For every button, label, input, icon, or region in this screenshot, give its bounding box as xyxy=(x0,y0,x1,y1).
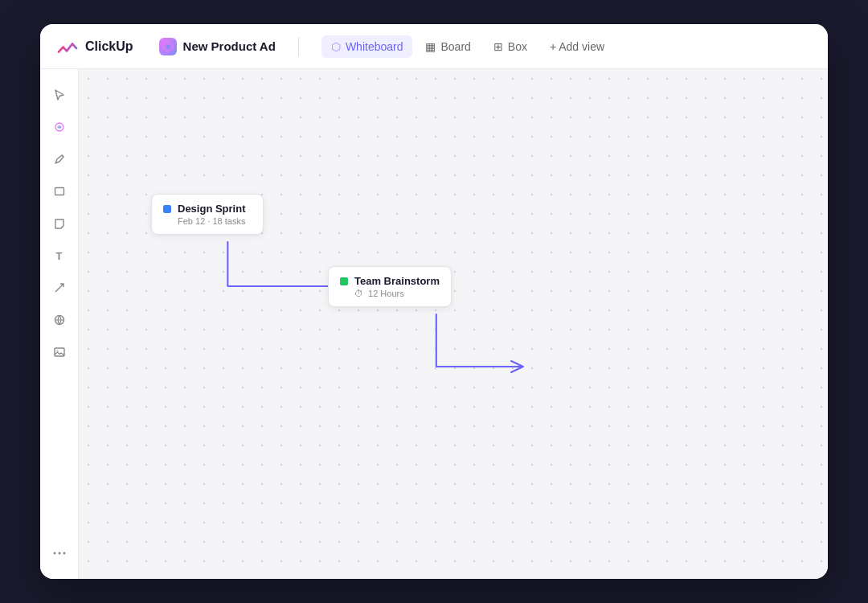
cursor-tool-icon[interactable] xyxy=(47,82,72,108)
header: ClickUp New Product Ad ⬡ Whiteboard ▦ Bo… xyxy=(40,24,828,69)
team-brainstorm-node[interactable]: Team Brainstorm ⏱ 12 Hours xyxy=(328,266,452,307)
ai-tool-icon[interactable] xyxy=(47,114,72,140)
globe-tool-icon[interactable] xyxy=(47,307,72,333)
tab-board[interactable]: ▦ Board xyxy=(416,35,480,58)
box-tab-label: Box xyxy=(508,40,527,53)
team-brainstorm-header: Team Brainstorm xyxy=(340,275,440,287)
svg-point-8 xyxy=(58,552,60,555)
design-sprint-node[interactable]: Design Sprint Feb 12 · 18 tasks xyxy=(151,194,264,235)
box-tab-icon: ⊞ xyxy=(493,40,503,53)
more-tools-icon[interactable] xyxy=(47,540,72,566)
design-sprint-header: Design Sprint xyxy=(163,203,252,215)
svg-rect-3 xyxy=(55,188,63,195)
arrows-svg xyxy=(79,69,828,579)
design-sprint-title: Design Sprint xyxy=(178,203,246,215)
main-content: T xyxy=(40,69,828,579)
logo-text: ClickUp xyxy=(85,39,133,54)
connector-tool-icon[interactable] xyxy=(47,275,72,301)
svg-point-1 xyxy=(166,45,170,48)
note-tool-icon[interactable] xyxy=(47,211,72,236)
project-icon xyxy=(159,38,177,55)
image-tool-icon[interactable] xyxy=(47,339,72,365)
add-view-label: + Add view xyxy=(550,40,604,53)
canvas-area[interactable]: Design Sprint Feb 12 · 18 tasks Team Bra… xyxy=(79,69,828,579)
design-sprint-dot xyxy=(163,205,171,213)
pen-tool-icon[interactable] xyxy=(47,146,72,172)
logo-area: ClickUp xyxy=(56,35,133,58)
sidebar: T xyxy=(40,69,79,579)
clickup-logo-icon xyxy=(56,35,79,58)
text-tool-icon[interactable]: T xyxy=(47,243,72,269)
whiteboard-tab-label: Whiteboard xyxy=(346,40,403,53)
project-title-area: New Product Ad xyxy=(159,38,276,55)
svg-rect-5 xyxy=(55,348,64,356)
clock-icon: ⏱ xyxy=(354,289,363,298)
svg-point-9 xyxy=(63,552,65,555)
add-view-button[interactable]: + Add view xyxy=(540,35,614,58)
whiteboard-tab-icon: ⬡ xyxy=(331,40,341,53)
project-title: New Product Ad xyxy=(183,39,276,53)
tab-box[interactable]: ⊞ Box xyxy=(484,35,537,58)
team-brainstorm-title: Team Brainstorm xyxy=(354,275,440,287)
rectangle-tool-icon[interactable] xyxy=(47,178,72,204)
team-brainstorm-subtitle: 12 Hours xyxy=(368,289,404,298)
board-tab-label: Board xyxy=(440,40,470,53)
design-sprint-meta: Feb 12 · 18 tasks xyxy=(163,216,252,226)
nav-divider xyxy=(298,37,299,56)
app-window: ClickUp New Product Ad ⬡ Whiteboard ▦ Bo… xyxy=(40,24,828,579)
tab-whiteboard[interactable]: ⬡ Whiteboard xyxy=(321,35,413,58)
text-tool-label: T xyxy=(56,250,63,262)
board-tab-icon: ▦ xyxy=(425,40,436,53)
team-brainstorm-meta: ⏱ 12 Hours xyxy=(340,289,440,298)
nav-tabs: ⬡ Whiteboard ▦ Board ⊞ Box + Add view xyxy=(321,35,614,58)
svg-point-7 xyxy=(53,552,55,555)
team-brainstorm-dot xyxy=(340,277,348,285)
